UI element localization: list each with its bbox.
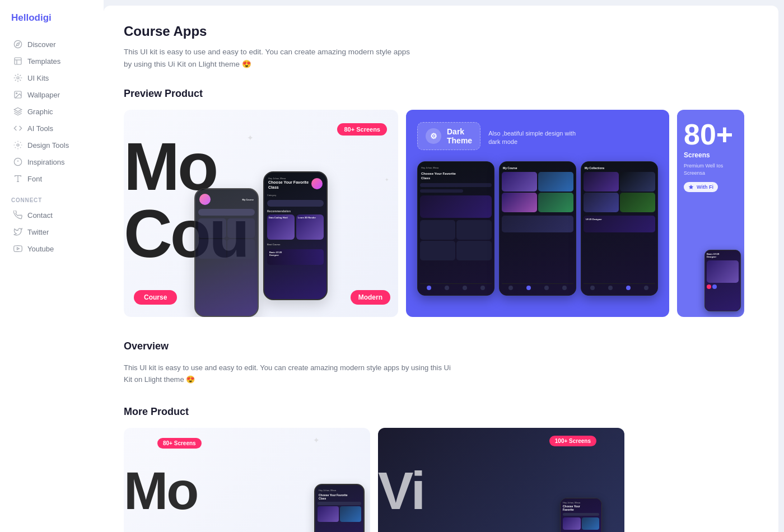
nav-dot bbox=[463, 286, 467, 290]
dp-card bbox=[420, 195, 492, 218]
grid-item bbox=[227, 239, 255, 259]
nav-dot bbox=[644, 286, 648, 290]
more-card-light: Mo 80+ Screens ✦ Hey Johan, Mesa Choose … bbox=[124, 428, 370, 532]
more-product-title: More Product bbox=[124, 406, 758, 418]
dp-grid-item bbox=[538, 172, 573, 192]
nav-item-label: Inspirations bbox=[27, 158, 64, 166]
dp-grid-item bbox=[456, 241, 492, 260]
more-product-section: More Product Mo 80+ Screens ✦ Hey Johan,… bbox=[124, 406, 758, 532]
dp-grid-item bbox=[502, 172, 537, 192]
svg-point-7 bbox=[16, 93, 17, 94]
dp-grid-item bbox=[538, 193, 573, 212]
fi-label: With Fi bbox=[697, 184, 713, 190]
sidebar-item-templates[interactable]: Templates bbox=[9, 53, 95, 69]
page-description: This UI kit is easy to use and easy to e… bbox=[124, 46, 415, 70]
sidebar-item-inspirations[interactable]: Inspirations bbox=[9, 153, 95, 170]
dark-phone-screen: My Collections UI UX Designer bbox=[581, 162, 657, 295]
dark-phone-screen: My Course bbox=[500, 162, 576, 295]
fi-badge: With Fi bbox=[684, 182, 718, 192]
nav-item-label: Design Tools bbox=[27, 141, 69, 150]
sidebar-item-wallpaper[interactable]: Wallpaper bbox=[9, 86, 95, 103]
nav-dot bbox=[427, 286, 431, 290]
right-big-num: 80+ bbox=[684, 120, 738, 149]
youtube-icon bbox=[13, 244, 22, 253]
dp-grid-item bbox=[584, 172, 619, 192]
preview-card-right: 80+ Screens Premium Well Ios Screensa Wi… bbox=[677, 110, 744, 317]
nav-item-label: Twitter bbox=[27, 228, 49, 236]
phone-card: Data Coding Html bbox=[267, 214, 295, 240]
dp-grid-item bbox=[456, 220, 492, 240]
contact-icon bbox=[13, 211, 22, 220]
more-phone-wrap: Hey Johan, Mesa Choose Your FavoriteClas… bbox=[314, 484, 365, 532]
phone-grid bbox=[198, 218, 255, 259]
sidebar-item-ui-kits[interactable]: UI Kits bbox=[9, 69, 95, 86]
sidebar-item-ai-tools[interactable]: AI Tools bbox=[9, 120, 95, 137]
svg-marker-14 bbox=[17, 248, 20, 250]
connect-section-label: CONNECT bbox=[11, 197, 95, 203]
more-big-text-dark: Vi bbox=[378, 464, 424, 517]
dp-nav bbox=[584, 283, 655, 292]
sidebar-item-contact[interactable]: Contact bbox=[9, 207, 95, 223]
overview-section-title: Overview bbox=[124, 340, 758, 352]
phone-back: My Course bbox=[194, 188, 259, 317]
grid-item bbox=[198, 218, 226, 238]
dark-phone-2: My Course bbox=[499, 161, 576, 296]
star-deco: ✦ bbox=[247, 133, 254, 142]
svg-point-5 bbox=[17, 77, 19, 79]
nav-item-label: Font bbox=[27, 175, 42, 183]
dp-grid bbox=[420, 220, 492, 260]
font-icon bbox=[13, 174, 22, 183]
sidebar-item-graphic[interactable]: Graphic bbox=[9, 103, 95, 120]
phone-mockup-group: My Course bbox=[194, 183, 328, 317]
sidebar-logo[interactable]: Hellodigi bbox=[9, 12, 95, 24]
nav-item-label: Wallpaper bbox=[27, 91, 60, 99]
dp-grid-item bbox=[620, 193, 655, 212]
nav-dot bbox=[445, 286, 449, 290]
preview-images-row: Mo Cou 80+ Screens ✦ ✦ ✦ My Course bbox=[124, 110, 758, 317]
wallpaper-icon bbox=[13, 90, 22, 99]
dark-theme-badge: ⚙ DarkTheme bbox=[417, 122, 480, 150]
dp-grid bbox=[502, 172, 573, 212]
sidebar-item-discover[interactable]: Discover bbox=[9, 36, 95, 53]
dp-grid-item bbox=[620, 172, 655, 192]
nav-item-label: Discover bbox=[27, 40, 56, 49]
dark-card-phone: Hey Johan, Mesa Choose YourFavorite bbox=[560, 498, 602, 532]
dark-phones-row: Hey Johan, Mesa Choose Your FavoriteClas… bbox=[417, 161, 658, 296]
preview-card-dark: ⚙ DarkTheme Also ,beatiful simple design… bbox=[406, 110, 669, 317]
sidebar: Hellodigi Discover Templates UI Kits Wal… bbox=[0, 0, 104, 532]
sidebar-item-twitter[interactable]: Twitter bbox=[9, 223, 95, 240]
grid-item bbox=[227, 218, 255, 238]
nav-item-label: UI Kits bbox=[27, 74, 49, 82]
badge-screens: 80+ Screens bbox=[337, 123, 387, 136]
dp-row bbox=[420, 189, 463, 193]
svg-rect-2 bbox=[15, 58, 21, 64]
phone-card: Learn 3D Render bbox=[296, 214, 324, 240]
nav-dot bbox=[590, 286, 595, 290]
nav-item-label: Graphic bbox=[27, 108, 53, 116]
page-title: Course Apps bbox=[124, 24, 758, 39]
phone-rec-label: Recommendation bbox=[267, 209, 324, 213]
graphic-icon bbox=[13, 107, 22, 116]
inspirations-icon bbox=[13, 157, 22, 166]
dp-nav bbox=[420, 283, 492, 292]
gear-icon: ⚙ bbox=[426, 128, 441, 144]
sidebar-item-youtube[interactable]: Youtube bbox=[9, 240, 95, 257]
more-product-row: Mo 80+ Screens ✦ Hey Johan, Mesa Choose … bbox=[124, 428, 758, 532]
phone-front: Hey Johan, Mesa Choose Your FavoriteClas… bbox=[263, 171, 328, 300]
nav-dot bbox=[562, 286, 567, 290]
phone-avatar bbox=[311, 178, 323, 189]
phone-card-grid: Data Coding Html Learn 3D Render bbox=[267, 214, 324, 240]
dp-grid-item bbox=[420, 241, 455, 260]
preview-section: Preview Product Mo Cou 80+ Screens ✦ ✦ ✦ bbox=[124, 88, 758, 317]
dark-phone-1: Hey Johan, Mesa Choose Your FavoriteClas… bbox=[417, 161, 494, 296]
more-big-text: Mo bbox=[124, 464, 197, 517]
phone-avatar bbox=[199, 194, 211, 205]
dp-nav bbox=[502, 283, 573, 292]
sidebar-item-design-tools[interactable]: Design Tools bbox=[9, 137, 95, 153]
overview-section: Overview This UI kit is easy to use and … bbox=[124, 340, 758, 386]
phone-search-bar bbox=[198, 209, 255, 216]
badge-modern: Modern bbox=[351, 290, 390, 305]
grid-item bbox=[198, 239, 226, 259]
sidebar-item-font[interactable]: Font bbox=[9, 170, 95, 187]
nav-dot bbox=[608, 286, 613, 290]
